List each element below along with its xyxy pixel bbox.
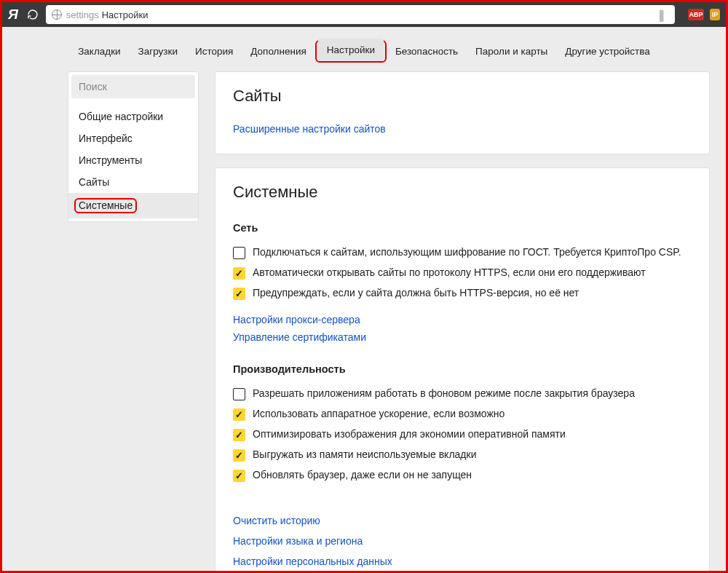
top-nav-item[interactable]: Пароли и карты xyxy=(467,40,556,63)
top-nav-item[interactable]: Загрузки xyxy=(130,40,186,63)
browser-toolbar: Я settings Настройки ❚ ABP IP xyxy=(2,2,726,27)
settings-link[interactable]: Настройки языка и региона xyxy=(233,531,692,551)
checkbox[interactable] xyxy=(233,247,245,259)
sidebar: Поиск Общие настройкиИнтерфейсИнструмент… xyxy=(68,71,199,222)
checkbox[interactable] xyxy=(233,267,245,280)
checkbox-row: Предупреждать, если у сайта должна быть … xyxy=(233,283,692,304)
checkbox-label: Выгружать из памяти неиспользуемые вклад… xyxy=(253,448,476,460)
sidebar-item[interactable]: Сайты xyxy=(68,171,198,193)
checkbox[interactable] xyxy=(233,408,245,421)
address-text: Настройки xyxy=(102,9,149,20)
top-nav-item[interactable]: Безопасность xyxy=(387,40,467,63)
checkbox-label: Обновлять браузер, даже если он не запущ… xyxy=(253,469,472,481)
top-nav-item[interactable]: Настройки xyxy=(318,39,384,61)
checkbox-label: Оптимизировать изображения для экономии … xyxy=(253,428,566,440)
extension-abp-icon[interactable]: ABP xyxy=(688,9,704,20)
top-nav-item[interactable]: Другие устройства xyxy=(556,40,659,63)
checkbox[interactable] xyxy=(233,429,245,441)
sites-panel: Сайты Расширенные настройки сайтов xyxy=(215,71,710,154)
sidebar-item[interactable]: Системные xyxy=(68,193,198,218)
address-bar[interactable]: settings Настройки ❚ xyxy=(46,5,675,24)
settings-link[interactable]: Настройки прокси-сервера xyxy=(233,308,692,325)
top-nav-item[interactable]: Закладки xyxy=(69,40,129,63)
checkbox-label: Использовать аппаратное ускорение, если … xyxy=(253,408,505,419)
sidebar-item[interactable]: Инструменты xyxy=(68,149,198,171)
network-heading: Сеть xyxy=(233,222,692,234)
bookmark-icon[interactable]: ❚ xyxy=(657,8,666,22)
top-nav-item[interactable]: История xyxy=(186,40,242,63)
settings-link[interactable]: Управление сертификатами xyxy=(233,325,692,343)
performance-section: Производительность Разрешать приложениям… xyxy=(233,363,692,486)
checkbox-row: Выгружать из памяти неиспользуемые вклад… xyxy=(233,445,692,465)
checkbox-row: Использовать аппаратное ускорение, если … xyxy=(233,404,692,424)
sidebar-item[interactable]: Общие настройки xyxy=(68,106,198,127)
settings-link[interactable]: Настройки персональных данных xyxy=(233,551,692,571)
sidebar-item[interactable]: Интерфейс xyxy=(68,127,198,149)
checkbox-row: Автоматически открывать сайты по протоко… xyxy=(233,263,692,283)
checkbox-row: Подключаться к сайтам, использующим шифр… xyxy=(233,242,692,263)
bottom-links: Очистить историюНастройки языка и регион… xyxy=(233,510,692,571)
highlight-box: Системные xyxy=(74,198,137,213)
top-nav-item[interactable]: Дополнения xyxy=(242,40,314,63)
yandex-logo[interactable]: Я xyxy=(8,7,18,23)
checkbox-label: Предупреждать, если у сайта должна быть … xyxy=(253,287,579,299)
extension-ip-icon[interactable]: IP xyxy=(710,9,720,20)
top-nav: ЗакладкиЗагрузкиИсторияДополненияНастрой… xyxy=(2,27,726,71)
checkbox[interactable] xyxy=(233,470,245,482)
checkbox-label: Подключаться к сайтам, использующим шифр… xyxy=(253,246,681,258)
sidebar-search[interactable]: Поиск xyxy=(71,75,195,98)
checkbox-row: Оптимизировать изображения для экономии … xyxy=(233,424,692,445)
performance-heading: Производительность xyxy=(233,363,692,375)
checkbox-row: Разрешать приложениям работать в фоновом… xyxy=(233,384,692,404)
globe-icon xyxy=(52,9,62,20)
refresh-icon[interactable] xyxy=(27,9,39,20)
checkbox-row: Обновлять браузер, даже если он не запущ… xyxy=(233,465,692,486)
settings-link[interactable]: Очистить историю xyxy=(233,510,692,531)
system-panel: Системные Сеть Подключаться к сайтам, ис… xyxy=(215,167,710,571)
checkbox[interactable] xyxy=(233,288,245,300)
checkbox-label: Разрешать приложениям работать в фоновом… xyxy=(253,387,635,399)
network-section: Сеть Подключаться к сайтам, использующим… xyxy=(233,222,692,343)
advanced-sites-link[interactable]: Расширенные настройки сайтов xyxy=(233,110,692,135)
address-prefix: settings xyxy=(66,9,99,20)
system-panel-title: Системные xyxy=(233,183,692,202)
checkbox[interactable] xyxy=(233,388,245,400)
checkbox-label: Автоматически открывать сайты по протоко… xyxy=(253,266,646,278)
sites-panel-title: Сайты xyxy=(233,87,692,106)
checkbox[interactable] xyxy=(233,449,245,462)
highlight-box: Настройки xyxy=(315,40,387,63)
